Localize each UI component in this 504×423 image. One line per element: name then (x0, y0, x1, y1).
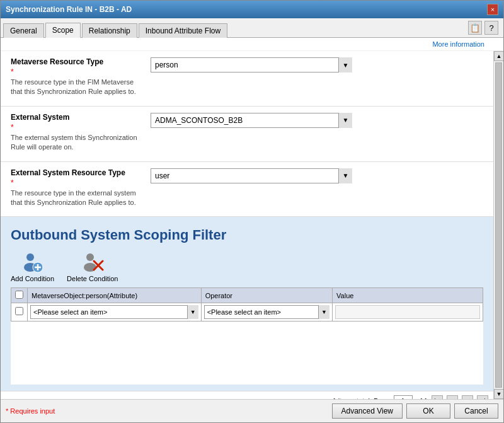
scroll-thumb[interactable] (495, 62, 502, 388)
tab-relationship[interactable]: Relationship (82, 23, 137, 38)
scoping-filter-title: Outbound System Scoping Filter (11, 227, 483, 243)
help-icon: ? (489, 23, 493, 33)
svg-point-5 (86, 253, 94, 261)
external-resource-select-wrapper: user ▼ (151, 168, 352, 183)
external-resource-type-section: External System Resource Type * The reso… (1, 162, 493, 217)
metaverse-resource-select-wrapper: person ▼ (151, 57, 352, 72)
external-system-control: ADMA_SCONTOSO_B2B ▼ (151, 113, 483, 128)
metaverse-resource-control: person ▼ (151, 57, 483, 72)
tab-icons: 📋 ? (468, 21, 501, 37)
more-info-link[interactable]: More information (427, 38, 490, 50)
cancel-button[interactable]: Cancel (454, 403, 498, 419)
add-condition-icon (21, 251, 44, 274)
table-row: <Please select an item> ▼ <P (11, 303, 483, 322)
scroll-up-button[interactable]: ▲ (494, 51, 503, 61)
row-attribute-cell: <Please select an item> ▼ (28, 303, 202, 322)
external-system-desc: The external system this Synchronization… (11, 133, 143, 153)
svg-point-0 (26, 253, 34, 261)
vertical-scrollbar[interactable]: ▲ ▼ (493, 51, 503, 399)
requires-input-label: * Requires input (6, 407, 55, 415)
external-system-required-star: * (11, 123, 143, 132)
tabs-bar: General Scope Relationship Inbound Attri… (1, 18, 503, 38)
delete-condition-icon-wrapper (81, 251, 104, 274)
add-condition-label: Add Condition (11, 275, 54, 282)
row-value-cell (333, 303, 483, 322)
book-icon: 📋 (470, 23, 480, 33)
metaverse-required-star: * (11, 67, 143, 76)
scoping-filter-section: Outbound System Scoping Filter (1, 217, 493, 391)
external-resource-label: External System Resource Type (11, 168, 143, 177)
filter-table-wrapper: MetaverseObject:person(Attribute) Operat… (11, 287, 483, 322)
title-bar: Synchronization Rule IN - B2B - AD × (1, 1, 503, 18)
delete-condition-button[interactable]: Delete Condition (67, 251, 118, 282)
external-system-label: External System (11, 113, 143, 122)
external-resource-desc: The resource type in the external system… (11, 188, 143, 208)
external-resource-control: user ▼ (151, 168, 483, 183)
row-checkbox-cell (11, 303, 28, 322)
metaverse-resource-desc: The resource type in the FIM Metaverse t… (11, 78, 143, 97)
footer-bar: * Requires input Advanced View OK Cancel (1, 399, 503, 422)
col-header-value: Value (333, 288, 483, 303)
close-button[interactable]: × (487, 4, 498, 15)
operator-select[interactable]: <Please select an item> (204, 305, 329, 319)
attribute-select-wrapper: <Please select an item> ▼ (30, 305, 198, 319)
book-icon-button[interactable]: 📋 (468, 21, 482, 35)
col-header-operator: Operator (201, 288, 332, 303)
external-resource-select[interactable]: user (151, 168, 352, 183)
metaverse-resource-select[interactable]: person (151, 57, 352, 72)
external-system-select[interactable]: ADMA_SCONTOSO_B2B (151, 113, 352, 128)
row-checkbox[interactable] (15, 307, 23, 315)
empty-space (11, 322, 483, 385)
delete-condition-icon (81, 251, 104, 274)
metaverse-resource-section: Metaverse Resource Type * The resource t… (1, 51, 493, 107)
external-resource-required-star: * (11, 178, 143, 187)
attribute-select[interactable]: <Please select an item> (30, 305, 198, 319)
footer-buttons: Advanced View OK Cancel (332, 403, 499, 419)
metaverse-resource-label: Metaverse Resource Type (11, 57, 143, 66)
col-header-checkbox (11, 288, 28, 303)
row-operator-cell: <Please select an item> ▼ (201, 303, 332, 322)
pagination-bar: 1 items total Page of 1 |◀ ◀ ▶ ▶| (1, 391, 493, 399)
external-system-select-wrapper: ADMA_SCONTOSO_B2B ▼ (151, 113, 352, 128)
add-condition-button[interactable]: Add Condition (11, 251, 54, 282)
tab-inbound[interactable]: Inbound Attribute Flow (139, 23, 227, 38)
tab-scope[interactable]: Scope (45, 23, 81, 38)
col-header-attribute: MetaverseObject:person(Attribute) (28, 288, 202, 303)
ok-button[interactable]: OK (406, 403, 450, 419)
help-icon-button[interactable]: ? (484, 21, 498, 35)
main-scroll-area: Metaverse Resource Type * The resource t… (1, 51, 493, 399)
advanced-view-button[interactable]: Advanced View (332, 403, 403, 419)
window-title: Synchronization Rule IN - B2B - AD (6, 5, 132, 14)
external-system-section: External System * The external system th… (1, 107, 493, 162)
select-all-checkbox[interactable] (15, 291, 23, 299)
delete-condition-label: Delete Condition (67, 275, 118, 282)
value-input[interactable] (335, 305, 480, 319)
condition-buttons: Add Condition (11, 251, 483, 282)
operator-select-wrapper: <Please select an item> ▼ (204, 305, 329, 319)
tab-general[interactable]: General (3, 23, 44, 38)
main-window: Synchronization Rule IN - B2B - AD × Gen… (0, 0, 504, 423)
scroll-down-button[interactable]: ▼ (494, 389, 503, 399)
content-area: More information Metaverse Resource Type… (1, 38, 503, 399)
filter-table: MetaverseObject:person(Attribute) Operat… (11, 287, 483, 322)
add-condition-icon-wrapper (21, 251, 44, 274)
